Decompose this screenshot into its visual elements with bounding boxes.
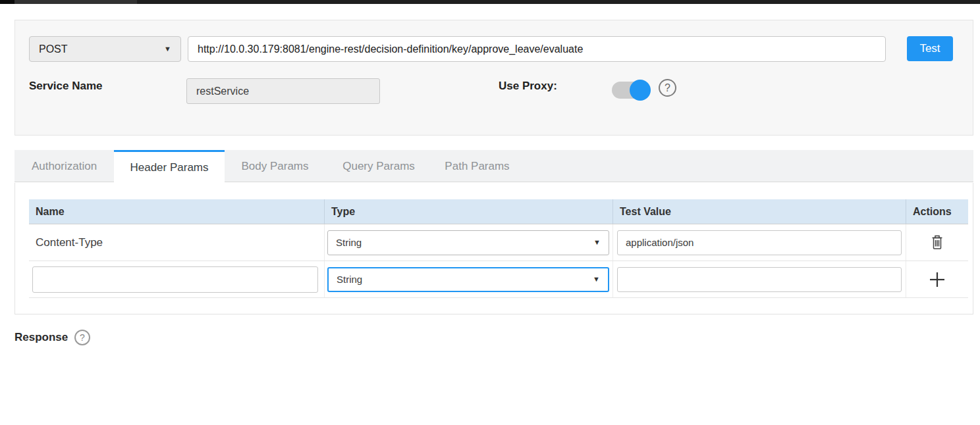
- tab-header-params[interactable]: Header Params: [114, 150, 225, 183]
- response-section-label: Response: [14, 331, 68, 344]
- column-header-type: Type: [325, 199, 613, 224]
- toggle-thumb: [630, 80, 651, 101]
- param-actions-cell: [906, 224, 968, 261]
- param-name-cell: [29, 261, 325, 297]
- service-name-label: Service Name: [29, 80, 103, 93]
- params-tab-strip: Authorization Header Params Body Params …: [14, 150, 973, 182]
- param-name-cell: Content-Type: [29, 224, 325, 261]
- param-test-value-input[interactable]: [617, 230, 902, 255]
- param-type-cell: String ▼: [325, 261, 613, 297]
- plus-icon: [928, 270, 946, 289]
- table-row: Content-Type String ▼: [29, 224, 968, 261]
- param-name-text: Content-Type: [29, 236, 103, 249]
- tab-authorization[interactable]: Authorization: [14, 150, 114, 182]
- table-row: String ▼: [29, 261, 968, 298]
- add-row-button[interactable]: [928, 270, 946, 289]
- rest-service-config-page: POST ▼ Test Service Name Use Proxy: ? Au…: [0, 0, 980, 425]
- use-proxy-toggle[interactable]: [612, 82, 649, 99]
- param-type-select[interactable]: String ▼: [327, 230, 609, 255]
- tab-query-params[interactable]: Query Params: [325, 150, 432, 182]
- request-panel: POST ▼ Test Service Name Use Proxy: ?: [14, 20, 973, 136]
- param-type-value: String: [336, 237, 362, 248]
- param-type-cell: String ▼: [325, 224, 613, 261]
- new-param-test-value-input[interactable]: [617, 267, 902, 292]
- header-params-table: Name Type Test Value Actions Content-Typ…: [29, 199, 968, 298]
- url-input[interactable]: [188, 36, 886, 62]
- chevron-down-icon: ▼: [164, 45, 171, 53]
- param-actions-cell: [906, 261, 968, 297]
- header-params-panel: Name Type Test Value Actions Content-Typ…: [14, 183, 973, 314]
- question-mark-glyph: ?: [80, 332, 85, 343]
- browser-tab-sliver: [14, 0, 137, 4]
- chevron-down-icon: ▼: [593, 276, 600, 283]
- table-header-row: Name Type Test Value Actions: [29, 199, 968, 224]
- use-proxy-label: Use Proxy:: [499, 80, 557, 93]
- tab-path-params[interactable]: Path Params: [432, 150, 522, 182]
- delete-row-button[interactable]: [931, 235, 944, 250]
- response-help-icon[interactable]: ?: [74, 330, 90, 345]
- chevron-down-icon: ▼: [593, 239, 601, 246]
- service-name-input[interactable]: [186, 78, 380, 104]
- new-param-type-select[interactable]: String ▼: [327, 267, 609, 292]
- http-method-select[interactable]: POST ▼: [29, 36, 181, 62]
- column-header-actions: Actions: [906, 199, 968, 224]
- param-type-value: String: [337, 274, 362, 285]
- param-value-cell: [613, 224, 906, 261]
- browser-chrome-sliver: [0, 0, 980, 4]
- question-mark-glyph: ?: [665, 82, 670, 94]
- browser-corner: [0, 0, 14, 4]
- trash-icon: [931, 235, 944, 250]
- param-value-cell: [613, 261, 906, 297]
- column-header-name: Name: [29, 199, 325, 224]
- new-param-name-input[interactable]: [32, 266, 318, 293]
- test-button[interactable]: Test: [907, 36, 953, 61]
- tab-body-params[interactable]: Body Params: [225, 150, 325, 182]
- column-header-test-value: Test Value: [613, 199, 906, 224]
- proxy-help-icon[interactable]: ?: [659, 79, 676, 97]
- http-method-value: POST: [39, 43, 68, 55]
